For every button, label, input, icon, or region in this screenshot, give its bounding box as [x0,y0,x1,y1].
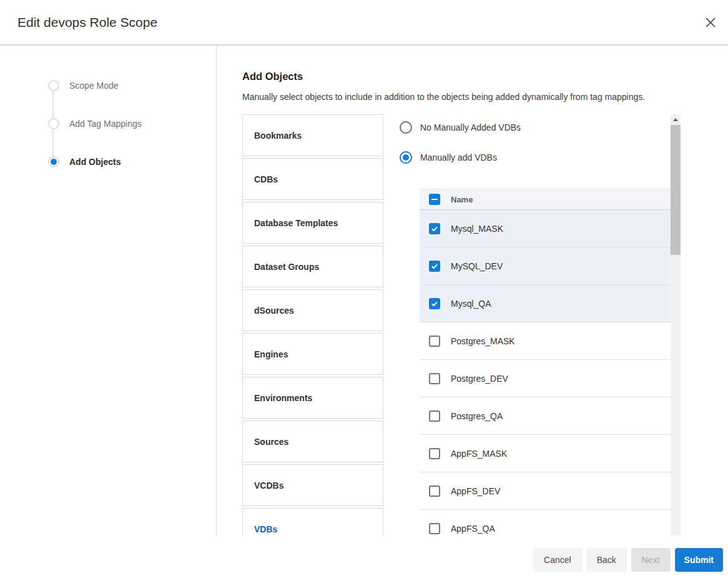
row-name: Mysql_QA [451,299,491,309]
table-row-postgres-qa[interactable]: Postgres_QA [420,397,671,435]
step-label: Scope Mode [69,81,119,91]
row-name: Postgres_QA [451,411,503,421]
radio-option-no-manually-added-vdbs[interactable]: No Manually Added VDBs [400,121,521,134]
row-name: Postgres_MASK [451,336,515,346]
category-label: Environments [254,393,312,403]
checkbox-unchecked-icon[interactable] [429,411,440,422]
step-label: Add Tag Mappings [69,119,142,129]
category-item-sources[interactable]: Sources [242,421,383,462]
table-row-mysql-mask[interactable]: Mysql_MASK [420,210,671,247]
next-button[interactable]: Next [631,548,671,572]
category-item-vcdbs[interactable]: VCDBs [242,464,383,506]
table-row-appfs-mask[interactable]: AppFS_MASK [420,435,671,472]
row-name: AppFS_QA [451,524,495,534]
row-name: AppFS_DEV [451,486,500,496]
category-item-vdbs[interactable]: VDBs [242,508,383,536]
checkbox-checked-icon[interactable] [429,298,440,309]
category-item-dsources[interactable]: dSources [242,289,383,331]
category-item-environments[interactable]: Environments [242,377,383,419]
category-label: dSources [254,306,294,316]
step-active-dot [51,121,57,127]
radio-dot [403,124,409,131]
dialog-body: Scope ModeAdd Tag MappingsAdd Objects Ad… [0,46,728,536]
radio-selected-icon [400,151,412,164]
object-category-list: BookmarksCDBsDatabase TemplatesDataset G… [242,114,383,536]
dialog-footer: CancelBackNextSubmit [0,548,728,572]
category-item-dataset-groups[interactable]: Dataset Groups [242,246,383,287]
checkbox-checked-icon[interactable] [429,223,440,234]
table-row-appfs-qa[interactable]: AppFS_QA [420,510,671,536]
table-body: Mysql_MASKMySQL_DEVMysql_QAPostgres_MASK… [420,210,671,536]
vdb-mode-radio-group: No Manually Added VDBsManually add VDBs [400,121,521,181]
stepper-step-add-tag-mappings[interactable]: Add Tag Mappings [48,118,142,129]
checkbox-checked-icon[interactable] [429,261,440,272]
category-item-database-templates[interactable]: Database Templates [242,202,383,244]
table-header-row: Name [420,189,671,210]
category-label: VDBs [254,524,277,534]
step-active-dot [51,82,57,89]
dialog-title: Edit devops Role Scope [17,15,157,30]
scrollbar[interactable] [671,114,681,536]
cancel-button[interactable]: Cancel [533,548,582,572]
scrollbar-thumb[interactable] [671,125,681,255]
radio-label: No Manually Added VDBs [420,122,521,132]
category-label: CDBs [254,174,278,184]
page-title: Add Objects [242,71,303,82]
stepper-step-add-objects[interactable]: Add Objects [48,156,121,167]
row-name: MySQL_DEV [451,261,503,271]
step-circle-icon [48,118,59,129]
radio-dot [403,154,409,161]
category-item-engines[interactable]: Engines [242,333,383,375]
checkbox-unchecked-icon[interactable] [429,336,440,347]
step-label: Add Objects [69,157,121,167]
row-name: AppFS_MASK [451,449,507,459]
table-row-mysql-dev[interactable]: MySQL_DEV [420,247,671,285]
back-button[interactable]: Back [586,548,627,572]
category-label: Sources [254,437,288,447]
category-label: Dataset Groups [254,262,319,272]
dialog-header: Edit devops Role Scope [0,0,728,46]
category-item-cdbs[interactable]: CDBs [242,158,383,200]
checkbox-unchecked-icon[interactable] [429,486,440,497]
category-label: Bookmarks [254,131,302,141]
minus-icon [431,199,438,200]
close-button[interactable] [703,16,718,31]
category-label: VCDBs [254,481,283,491]
radio-label: Manually add VDBs [420,152,497,162]
arrow-up-icon [673,118,678,121]
table-row-appfs-dev[interactable]: AppFS_DEV [420,472,671,510]
select-all-checkbox-indeterminate-icon[interactable] [429,194,440,205]
close-icon [704,16,717,31]
category-item-bookmarks[interactable]: Bookmarks [242,114,383,156]
column-header-name: Name [451,195,473,204]
table-row-mysql-qa[interactable]: Mysql_QA [420,285,671,322]
vdb-table: Name Mysql_MASKMySQL_DEVMysql_QAPostgres… [420,189,671,536]
checkbox-unchecked-icon[interactable] [429,373,440,384]
scroll-up-button[interactable] [671,114,681,125]
page-description: Manually select objects to include in ad… [242,92,645,102]
stepper-panel: Scope ModeAdd Tag MappingsAdd Objects [0,46,217,536]
row-name: Mysql_MASK [451,224,503,234]
step-circle-icon [48,80,59,91]
stepper-step-scope-mode[interactable]: Scope Mode [48,80,119,91]
radio-option-manually-add-vdbs[interactable]: Manually add VDBs [400,151,521,164]
checkbox-unchecked-icon[interactable] [429,448,440,459]
row-name: Postgres_DEV [451,374,508,384]
step-circle-icon [48,156,59,167]
category-label: Engines [254,349,288,359]
category-label: Database Templates [254,218,338,228]
table-row-postgres-mask[interactable]: Postgres_MASK [420,322,671,360]
table-row-postgres-dev[interactable]: Postgres_DEV [420,360,671,397]
radio-unselected-icon [400,121,412,134]
submit-button[interactable]: Submit [675,548,723,572]
step-active-dot [51,159,57,165]
checkbox-unchecked-icon[interactable] [429,523,440,534]
